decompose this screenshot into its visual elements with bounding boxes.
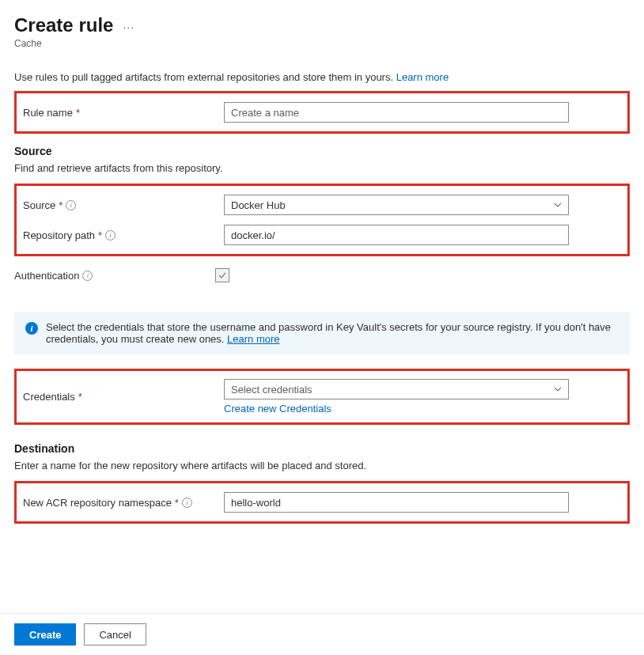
source-label-text: Source [23,199,55,211]
credentials-info-banner: i Select the credentials that store the … [14,312,630,354]
repo-path-label-text: Repository path [23,229,95,241]
destination-desc: Enter a name for the new repository wher… [14,460,630,471]
authentication-label-text: Authentication [14,270,79,282]
chevron-down-icon [554,385,562,393]
intro-text: Use rules to pull tagged artifacts from … [14,71,630,83]
namespace-input[interactable] [224,492,569,513]
required-indicator: * [98,229,102,241]
authentication-checkbox[interactable] [215,268,229,282]
authentication-label: Authentication i [14,270,210,282]
info-icon[interactable]: i [82,271,93,281]
destination-heading: Destination [14,442,630,455]
credentials-select-placeholder: Select credentials [231,384,313,396]
repo-path-input[interactable] [224,225,569,245]
required-indicator: * [76,107,80,119]
required-indicator: * [59,199,63,211]
banner-text: Select the credentials that store the us… [46,321,611,345]
required-indicator: * [175,497,179,509]
source-desc: Find and retrieve artifacts from this re… [14,162,630,174]
info-icon[interactable]: i [66,200,76,210]
namespace-label: New ACR repository namespace * i [23,497,219,509]
check-icon [218,271,227,280]
rule-name-input[interactable] [224,102,569,123]
namespace-label-text: New ACR repository namespace [23,497,172,509]
repo-path-label: Repository path * i [23,229,219,241]
rule-name-group: Rule name * [14,91,630,134]
footer-bar: Create Cancel [0,613,644,655]
banner-learn-more-link[interactable]: Learn more [227,333,279,345]
learn-more-link[interactable]: Learn more [396,71,449,83]
source-select[interactable]: Docker Hub [224,195,569,215]
info-icon[interactable]: i [182,498,192,508]
chevron-down-icon [554,201,562,209]
cancel-button[interactable]: Cancel [84,623,146,646]
info-icon[interactable]: i [105,230,116,240]
source-heading: Source [14,145,630,157]
page-subtitle: Cache [14,38,630,49]
credentials-group: Credentials * Select credentials Create … [14,369,630,425]
intro-body: Use rules to pull tagged artifacts from … [14,71,396,83]
info-icon: i [25,322,38,335]
page-title: Create rule [14,14,113,36]
required-indicator: * [78,391,82,403]
create-credentials-link[interactable]: Create new Credentials [224,403,621,415]
more-actions-button[interactable]: ··· [123,17,134,33]
source-select-value: Docker Hub [231,199,286,211]
namespace-group: New ACR repository namespace * i [14,481,630,524]
create-button[interactable]: Create [14,623,76,646]
rule-name-label: Rule name * [23,107,219,119]
rule-name-label-text: Rule name [23,107,73,119]
source-group: Source * i Docker Hub Repository path * … [14,184,630,256]
source-label: Source * i [23,199,219,211]
credentials-select[interactable]: Select credentials [224,379,569,399]
credentials-label: Credentials * [23,391,219,403]
credentials-label-text: Credentials [23,391,75,403]
